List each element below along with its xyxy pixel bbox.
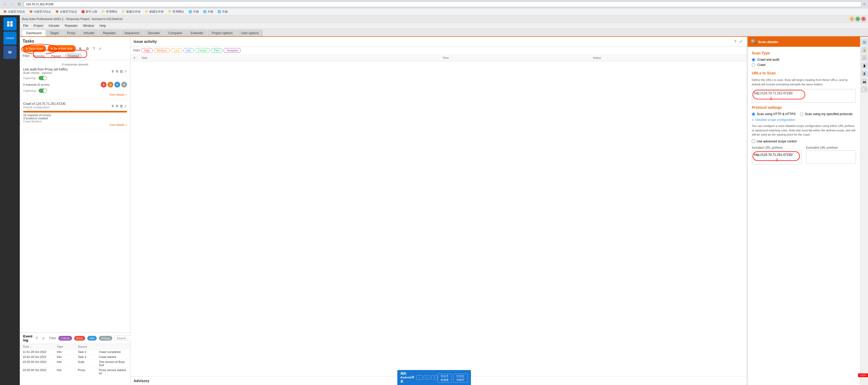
- event-row-3[interactable]: 10:29 28 Oct 2022 Info Suite This versio…: [20, 359, 130, 368]
- issue-help-button[interactable]: ?: [733, 39, 737, 44]
- menu-repeater[interactable]: Repeater: [64, 24, 79, 28]
- log-filter-info[interactable]: Info: [87, 336, 97, 341]
- tab-comparer[interactable]: Comparer: [164, 30, 186, 36]
- tab-repeater[interactable]: Repeater: [99, 30, 120, 36]
- log-filter-error[interactable]: Error: [74, 336, 85, 341]
- filter-running[interactable]: Running: [31, 54, 47, 58]
- help-button[interactable]: ?: [92, 46, 96, 51]
- bookmark-item[interactable]: 🌐 天猫: [187, 9, 200, 14]
- android-export-btn[interactable]: 导出手机相册: [438, 374, 452, 383]
- event-row-2[interactable]: 10:44 28 Oct 2022 Info Task 3 Crawl star…: [20, 354, 130, 359]
- bookmark-item[interactable]: 🦊 火狐官方站点: [54, 9, 78, 14]
- android-btn-maximize[interactable]: □: [424, 375, 430, 380]
- log-filter-critical[interactable]: Critical: [58, 336, 72, 341]
- task2-expand-button[interactable]: ⤢: [124, 104, 127, 108]
- event-row-4[interactable]: 10:28 28 Oct 2022 Info Proxy Proxy servi…: [20, 368, 130, 376]
- taskbar-icon-windows[interactable]: [3, 17, 17, 31]
- scope-link[interactable]: ∨ Detailed scope configuration: [752, 118, 856, 122]
- severity-tentative[interactable]: Tentative: [223, 48, 241, 53]
- back-button[interactable]: ←: [2, 2, 8, 7]
- severity-medium[interactable]: Medium: [154, 48, 170, 53]
- bookmark-item[interactable]: 🦊 火狐官方站点: [28, 9, 52, 14]
- minimize-button[interactable]: –: [849, 17, 854, 21]
- android-files-btn[interactable]: 打开文件助手: [453, 374, 467, 383]
- bookmark-item[interactable]: 📁 常用网址: [100, 9, 119, 14]
- android-btn-close[interactable]: ×: [431, 375, 438, 380]
- protocol-http-https-radio[interactable]: [752, 113, 755, 116]
- task2-pause-button[interactable]: ⏸: [111, 104, 114, 108]
- tab-proxy[interactable]: Proxy: [63, 30, 79, 36]
- capturing-toggle[interactable]: [39, 76, 47, 80]
- severity-firm[interactable]: Firm: [211, 48, 222, 53]
- view-details-link-1[interactable]: View details »: [109, 93, 127, 96]
- view-details-1[interactable]: View details »: [23, 93, 127, 96]
- bookmark-item[interactable]: 🌐 天猫: [216, 9, 229, 14]
- tab-user-options[interactable]: User options: [237, 30, 263, 36]
- tab-sequencer[interactable]: Sequencer: [120, 30, 144, 36]
- task-expand-button[interactable]: ⤢: [124, 69, 127, 73]
- maximize-button[interactable]: □: [856, 17, 860, 21]
- tab-decoder[interactable]: Decoder: [144, 30, 164, 36]
- scan-type-crawl-radio[interactable]: [752, 63, 755, 67]
- pause-all-button[interactable]: ⏸: [77, 46, 83, 51]
- view-details-2[interactable]: View details »: [23, 123, 127, 127]
- log-filter-debug[interactable]: Debug: [99, 336, 112, 341]
- view-details-link-2[interactable]: View details »: [109, 123, 127, 126]
- expand-button[interactable]: ⤢: [98, 46, 103, 51]
- tab-dashboard[interactable]: Dashboard: [22, 30, 45, 36]
- protocol-specified-radio[interactable]: [800, 113, 803, 116]
- protocol-specified[interactable]: Scan using my specified protocols: [800, 112, 852, 116]
- menu-help[interactable]: Help: [98, 24, 107, 28]
- advanced-scope-checkbox[interactable]: [752, 139, 755, 143]
- forward-button[interactable]: →: [9, 2, 15, 7]
- sidebar-icon-6[interactable]: 📷: [861, 78, 867, 85]
- new-live-task-button[interactable]: New live task: [48, 45, 76, 52]
- task2-delete-button[interactable]: 🗑: [120, 104, 123, 108]
- sidebar-icon-4[interactable]: 📱: [861, 63, 867, 69]
- taskbar-icon-control-panel[interactable]: 控制面板: [3, 32, 17, 45]
- menu-window[interactable]: Window: [82, 24, 95, 28]
- sidebar-icon-5[interactable]: 👤: [861, 70, 867, 77]
- android-btn-minimize[interactable]: ─: [416, 375, 423, 380]
- sidebar-icon-2[interactable]: 🔒: [861, 47, 867, 53]
- event-row-1[interactable]: 11:51 28 Oct 2022 Info Task 3 Crawl comp…: [20, 350, 130, 354]
- issue-expand-button[interactable]: ⤢: [738, 39, 744, 44]
- tab-extender[interactable]: Extender: [187, 30, 207, 36]
- sidebar-icon-7[interactable]: 📝: [861, 86, 867, 93]
- reload-button[interactable]: ↻: [17, 2, 22, 7]
- bookmark-item[interactable]: 📁 常用网址: [167, 9, 185, 14]
- address-bar[interactable]: [24, 1, 861, 7]
- menu-intruder[interactable]: Intruder: [48, 24, 60, 28]
- bookmark-item[interactable]: 🌐 天猫: [202, 9, 214, 14]
- close-button[interactable]: ×: [861, 17, 866, 21]
- tab-intruder[interactable]: Intruder: [80, 30, 98, 36]
- event-log-help[interactable]: ?: [34, 335, 39, 341]
- filter-paused[interactable]: Paused: [49, 54, 64, 58]
- new-scan-button[interactable]: New scan: [23, 45, 46, 52]
- task-settings-button[interactable]: ⚙: [116, 69, 119, 73]
- severity-info[interactable]: Info: [183, 48, 194, 53]
- bookmark-item[interactable]: 📁 新建文件夹: [144, 9, 165, 14]
- protocol-http-https[interactable]: Scan using HTTP & HTTPS: [752, 112, 796, 116]
- taskbar-icon-word[interactable]: W: [3, 46, 17, 59]
- menu-project[interactable]: Project: [32, 24, 44, 28]
- severity-certain[interactable]: Certain: [195, 48, 210, 53]
- severity-low[interactable]: Low: [171, 48, 182, 53]
- bookmark-item[interactable]: 🔴 新手上路: [80, 9, 98, 14]
- scan-type-crawl-audit[interactable]: Crawl and audit: [752, 58, 856, 62]
- task-pause-button[interactable]: ⏸: [111, 69, 114, 73]
- severity-high[interactable]: High: [141, 48, 153, 53]
- settings-button[interactable]: ⚙: [85, 46, 90, 51]
- task-delete-button[interactable]: 🗑: [120, 69, 123, 73]
- sidebar-icon-1[interactable]: 🌐: [861, 39, 867, 45]
- tab-project-options[interactable]: Project options: [208, 30, 237, 36]
- sidebar-icon-3[interactable]: 🛒: [861, 55, 867, 61]
- menu-file[interactable]: File: [22, 24, 29, 28]
- tab-target[interactable]: Target: [46, 30, 63, 36]
- bookmark-item[interactable]: 📁 新建文件夹: [121, 9, 142, 14]
- scan-details-button[interactable]: 🔍 Scan details: [748, 37, 860, 47]
- scan-type-crawl-audit-radio[interactable]: [752, 58, 755, 62]
- filter-finished[interactable]: Finished: [65, 54, 82, 58]
- scan-type-crawl[interactable]: Crawl: [752, 63, 856, 67]
- task2-settings-button[interactable]: ⚙: [116, 104, 119, 108]
